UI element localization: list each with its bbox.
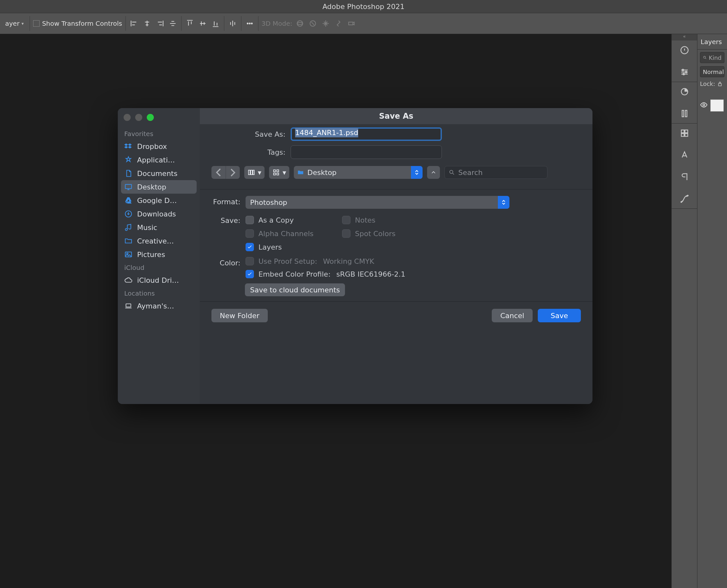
path-up-button[interactable]: [427, 166, 440, 179]
3d-pan-icon[interactable]: [321, 18, 331, 29]
filter-label: Kind: [709, 54, 722, 61]
svg-point-19: [450, 170, 453, 173]
3d-camera-icon[interactable]: [346, 18, 357, 29]
svg-rect-28: [685, 130, 688, 133]
sidebar-item-google-drive[interactable]: Google D…: [121, 194, 197, 207]
back-button[interactable]: [211, 166, 226, 179]
google-drive-icon: [124, 196, 133, 205]
sidebar-item-dropbox[interactable]: Dropbox: [121, 140, 197, 153]
layer-filter-dropdown[interactable]: Kind: [700, 52, 724, 63]
view-columns-button[interactable]: ▾: [244, 166, 265, 179]
svg-rect-30: [685, 133, 688, 136]
tags-value[interactable]: [294, 146, 438, 159]
svg-rect-34: [719, 83, 722, 86]
notes-checkbox: Notes: [342, 216, 439, 224]
alpha-channels-checkbox: Alpha Channels: [245, 229, 342, 238]
view-icons-button[interactable]: ▾: [269, 166, 289, 179]
svg-rect-26: [685, 110, 687, 117]
align-top-icon[interactable]: [185, 18, 195, 29]
sidebar-item-pictures[interactable]: Pictures: [121, 248, 197, 261]
more-options-icon[interactable]: [245, 18, 255, 29]
auto-select-dropdown[interactable]: ayer ▾: [3, 18, 26, 29]
layers-checkbox[interactable]: Layers: [245, 243, 342, 251]
app-titlebar: Adobe Photoshop 2021: [0, 0, 727, 13]
svg-rect-13: [251, 170, 252, 175]
pen-panel-icon[interactable]: [678, 192, 691, 205]
filename-input[interactable]: 1484_ANR1-1.psd: [290, 127, 442, 141]
align-center-h-icon[interactable]: [142, 18, 152, 29]
sidebar-item-label: iCloud Dri…: [137, 276, 179, 285]
align-right-icon[interactable]: [155, 18, 165, 29]
sidebar-item-documents[interactable]: Documents: [121, 167, 197, 180]
svg-point-31: [681, 202, 682, 203]
chevron-down-icon: ▾: [22, 21, 24, 26]
show-transform-checkbox[interactable]: [33, 20, 40, 27]
document-icon: [124, 169, 133, 177]
as-a-copy-checkbox[interactable]: As a Copy: [245, 216, 342, 224]
canvas[interactable]: Favorites Dropbox Applicati… Documents D…: [0, 34, 671, 588]
lock-icon[interactable]: [717, 81, 723, 87]
collapse-panels-button[interactable]: «: [672, 34, 697, 41]
align-center-v-icon[interactable]: [198, 18, 208, 29]
forward-button[interactable]: [226, 166, 240, 179]
sidebar-item-music[interactable]: Music: [121, 220, 197, 234]
sidebar-item-label: Documents: [137, 169, 177, 177]
maximize-window-button[interactable]: [147, 114, 154, 121]
blend-mode-dropdown[interactable]: Normal: [700, 66, 724, 77]
workspace: Favorites Dropbox Applicati… Documents D…: [0, 34, 727, 588]
save-as-label: Save As:: [211, 130, 285, 138]
layers-tab[interactable]: Layers: [698, 34, 727, 49]
layer-row[interactable]: [700, 99, 724, 112]
character-panel-icon[interactable]: [678, 149, 691, 162]
swatches-panel-icon[interactable]: [678, 127, 691, 140]
properties-panel-icon[interactable]: [678, 44, 691, 57]
dialog-sidebar: Favorites Dropbox Applicati… Documents D…: [118, 108, 200, 404]
close-window-button[interactable]: [124, 114, 131, 121]
new-folder-button[interactable]: New Folder: [211, 309, 268, 322]
sidebar-item-desktop[interactable]: Desktop: [121, 180, 197, 194]
format-dropdown[interactable]: Photoshop: [245, 196, 509, 209]
distribute-v-icon[interactable]: [227, 18, 238, 29]
minimize-window-button[interactable]: [135, 114, 142, 121]
divider: [181, 16, 182, 31]
sidebar-item-icloud-drive[interactable]: iCloud Dri…: [121, 273, 197, 287]
auto-select-label: ayer: [5, 20, 20, 27]
location-dropdown[interactable]: Desktop: [294, 166, 423, 179]
locations-section-label: Locations: [121, 287, 197, 299]
format-value: Photoshop: [250, 198, 287, 207]
3d-slide-icon[interactable]: [334, 18, 344, 29]
sidebar-item-creative[interactable]: Creative…: [121, 234, 197, 248]
paragraph-panel-icon[interactable]: [678, 170, 691, 183]
search-input[interactable]: Search: [444, 166, 547, 179]
tags-input[interactable]: [290, 145, 442, 159]
cancel-button[interactable]: Cancel: [492, 309, 532, 322]
save-button[interactable]: Save: [538, 309, 581, 322]
visibility-toggle[interactable]: [700, 101, 708, 110]
distribute-h-icon[interactable]: [168, 18, 178, 29]
libraries-panel-icon[interactable]: [678, 107, 691, 120]
sidebar-item-label: Downloads: [137, 210, 176, 218]
sidebar-item-label: Music: [137, 224, 157, 232]
applications-icon: [124, 156, 133, 164]
align-bottom-icon[interactable]: [210, 18, 221, 29]
favorites-section-label: Favorites: [121, 127, 197, 140]
sidebar-item-label: Dropbox: [137, 143, 167, 150]
svg-point-2: [251, 23, 252, 24]
3d-roll-icon[interactable]: [308, 18, 318, 29]
sidebar-item-applications[interactable]: Applicati…: [121, 153, 197, 167]
adjustments-panel-icon[interactable]: [678, 66, 691, 79]
divider: [241, 16, 241, 31]
layer-thumbnail[interactable]: [710, 99, 724, 112]
save-to-cloud-button[interactable]: Save to cloud documents: [245, 284, 345, 296]
color-panel-icon[interactable]: [678, 85, 691, 98]
checkbox-label: Spot Colors: [355, 230, 396, 238]
chevron-down-icon: ▾: [258, 169, 261, 176]
embed-color-profile-checkbox[interactable]: Embed Color Profile: sRGB IEC61966-2.1: [245, 270, 405, 278]
svg-rect-7: [125, 184, 132, 189]
sidebar-item-computer[interactable]: Ayman's…: [121, 299, 197, 313]
svg-point-1: [249, 23, 250, 24]
align-left-icon[interactable]: [129, 18, 139, 29]
sidebar-item-downloads[interactable]: Downloads: [121, 207, 197, 220]
3d-orbit-icon[interactable]: [295, 18, 305, 29]
laptop-icon: [124, 302, 133, 310]
